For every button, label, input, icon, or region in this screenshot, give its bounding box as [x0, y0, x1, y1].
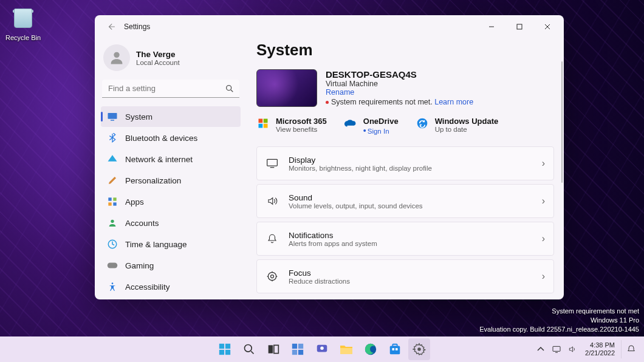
recycle-bin-desktop-icon[interactable]: Recycle Bin	[5, 5, 41, 41]
card-focus[interactable]: FocusReduce distractions ›	[256, 259, 554, 293]
svg-rect-20	[267, 159, 278, 166]
svg-rect-18	[264, 124, 268, 128]
svg-rect-31	[274, 345, 279, 353]
wifi-icon	[107, 154, 118, 165]
chat-button[interactable]	[311, 338, 333, 360]
sidebar-item-label: Network & internet	[125, 155, 193, 164]
watermark-line: Evaluation copy. Build 22557.ni_release.…	[479, 325, 639, 334]
minimize-button[interactable]	[478, 18, 505, 36]
sidebar-item-label: Accounts	[125, 219, 159, 228]
m365-sub: View benefits	[276, 126, 327, 133]
apps-icon	[107, 196, 118, 207]
device-thumbnail[interactable]	[256, 69, 317, 107]
onedrive-sub: Sign In	[368, 128, 389, 135]
sidebar-item-bluetooth[interactable]: Bluetooth & devices	[101, 128, 241, 148]
search-taskbar-button[interactable]	[238, 338, 260, 360]
card-display[interactable]: DisplayMonitors, brightness, night light…	[256, 146, 554, 180]
svg-rect-40	[390, 346, 400, 355]
svg-rect-32	[292, 344, 297, 349]
globe-clock-icon	[107, 239, 118, 250]
sidebar-item-label: Accessibility	[125, 282, 170, 292]
bluetooth-icon	[107, 132, 118, 143]
settings-cards: DisplayMonitors, brightness, night light…	[256, 146, 554, 293]
svg-rect-6	[111, 120, 114, 121]
svg-rect-16	[264, 119, 268, 123]
user-account-button[interactable]: The Verge Local Account	[101, 42, 241, 80]
file-explorer-button[interactable]	[335, 338, 357, 360]
status-row: Microsoft 365View benefits OneDrive•Sign…	[256, 112, 554, 146]
onedrive-button[interactable]: OneDrive•Sign In	[344, 117, 399, 135]
sidebar-nav: System Bluetooth & devices Network & int…	[101, 106, 241, 297]
card-title: Notifications	[289, 231, 532, 240]
card-sub: Alerts from apps and system	[289, 240, 532, 247]
chevron-right-icon: ›	[542, 158, 545, 169]
watermark-line: Windows 11 Pro	[479, 316, 639, 325]
taskbar-clock[interactable]: 4:38 PM 2/21/2022	[581, 341, 618, 357]
sidebar-item-personalization[interactable]: Personalization	[101, 170, 241, 191]
svg-rect-41	[392, 344, 397, 347]
task-view-button[interactable]	[262, 338, 284, 360]
avatar-icon	[103, 44, 130, 71]
card-title: Display	[289, 155, 532, 165]
search-field	[102, 80, 239, 98]
svg-rect-8	[113, 197, 116, 200]
watermark-line: System requirements not met	[479, 307, 639, 316]
sidebar-item-label: Time & language	[125, 240, 187, 249]
close-button[interactable]	[533, 18, 561, 36]
sidebar-item-network[interactable]: Network & internet	[101, 149, 241, 169]
microsoft365-button[interactable]: Microsoft 365View benefits	[256, 117, 327, 135]
sidebar-item-apps[interactable]: Apps	[101, 191, 241, 212]
widgets-button[interactable]	[287, 338, 309, 360]
svg-rect-33	[298, 344, 303, 349]
tray-volume-icon[interactable]	[566, 340, 579, 358]
sidebar-item-gaming[interactable]: Gaming	[101, 255, 241, 276]
main-panel: System DESKTOP-GESAQ4S Virtual Machine R…	[247, 38, 564, 299]
device-name: DESKTOP-GESAQ4S	[326, 69, 473, 80]
svg-rect-45	[553, 346, 560, 351]
settings-taskbar-button[interactable]	[408, 338, 430, 360]
svg-rect-26	[219, 350, 224, 355]
scrollbar[interactable]	[561, 61, 563, 183]
chevron-right-icon: ›	[542, 233, 545, 244]
rename-link[interactable]: Rename	[326, 88, 473, 97]
person-icon	[107, 217, 118, 228]
start-button[interactable]	[214, 338, 236, 360]
sidebar-item-label: Gaming	[125, 261, 154, 270]
taskbar-center	[214, 338, 430, 360]
sidebar-item-time-language[interactable]: Time & language	[101, 234, 241, 254]
windows-update-button[interactable]: Windows UpdateUp to date	[416, 117, 499, 135]
card-sound[interactable]: SoundVolume levels, output, input, sound…	[256, 184, 554, 218]
monitor-icon	[107, 111, 118, 122]
back-button[interactable]	[102, 18, 120, 36]
onedrive-title: OneDrive	[363, 117, 399, 126]
window-title: Settings	[124, 22, 150, 31]
svg-point-23	[271, 275, 274, 278]
windows-update-icon	[416, 117, 429, 130]
device-type: Virtual Machine	[326, 80, 473, 88]
learn-more-link[interactable]: Learn more	[434, 98, 473, 106]
m365-title: Microsoft 365	[276, 117, 327, 126]
store-button[interactable]	[384, 338, 406, 360]
edge-button[interactable]	[360, 338, 382, 360]
svg-rect-5	[108, 113, 117, 119]
svg-point-14	[112, 282, 114, 284]
notification-center-button[interactable]	[621, 340, 640, 358]
recycle-bin-label: Recycle Bin	[5, 34, 41, 41]
maximize-button[interactable]	[505, 18, 533, 36]
svg-point-19	[417, 118, 427, 129]
svg-rect-30	[269, 345, 273, 353]
back-arrow-icon	[107, 22, 115, 31]
card-notifications[interactable]: NotificationsAlerts from apps and system…	[256, 222, 554, 256]
svg-point-37	[320, 346, 324, 350]
tray-chevron-up-icon[interactable]	[534, 340, 547, 358]
sidebar-item-system[interactable]: System	[101, 106, 241, 127]
tray-network-icon[interactable]	[550, 340, 563, 358]
svg-rect-43	[396, 348, 398, 350]
sidebar-item-accessibility[interactable]: Accessibility	[101, 276, 241, 297]
winupdate-sub: Up to date	[435, 126, 499, 133]
svg-rect-35	[298, 350, 303, 355]
user-name: The Verge	[136, 50, 180, 59]
search-input[interactable]	[102, 80, 239, 98]
svg-rect-24	[219, 344, 224, 349]
sidebar-item-accounts[interactable]: Accounts	[101, 213, 241, 233]
